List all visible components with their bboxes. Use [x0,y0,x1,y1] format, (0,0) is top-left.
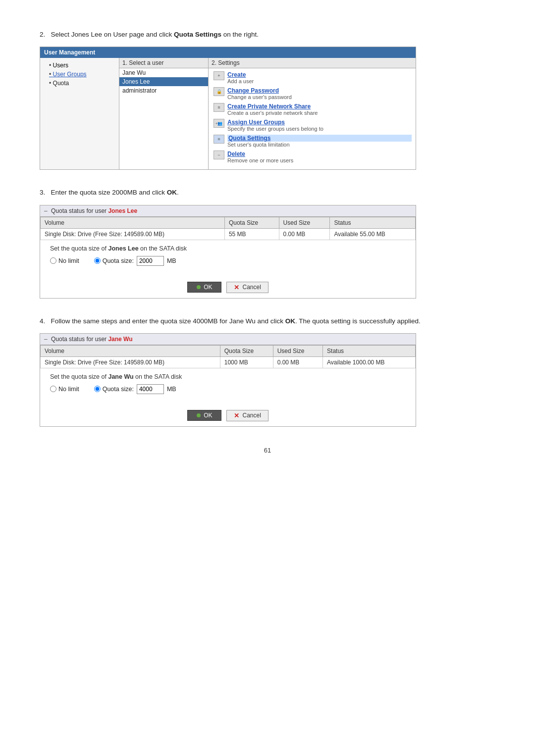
step-4-text: 4. Follow the same steps and enter the q… [40,316,495,326]
quota-form-title-jones: Set the quota size of Jones Lee on the S… [50,245,406,252]
step-2-number: 2. [40,31,49,38]
sidebar-item-quota[interactable]: Quota [44,79,115,88]
col-used-size-jane: Used Size [273,345,322,356]
quota-size-radio-label-jones[interactable]: Quota size: [94,257,134,264]
ok-button-jane[interactable]: OK [187,410,221,421]
network-share-icon: ≡ [213,103,225,112]
quota-settings-icon: ≡ [213,135,225,144]
um-main: 1. Select a user Jane Wu Jones Lee admin… [119,58,416,169]
quota-header-jane: – Quota status for user Jane Wu [40,334,416,345]
collapse-icon-jane[interactable]: – [44,336,48,343]
quota-size-radio-jones[interactable] [94,257,101,264]
used-size-cell-jane: 0.00 MB [273,356,322,368]
ok-button-jones[interactable]: OK [187,282,221,293]
step-4: 4. Follow the same steps and enter the q… [40,316,495,427]
user-jones-lee[interactable]: Jones Lee [119,77,208,86]
step-3-text: 3. Enter the quota size 2000MB and click… [40,188,495,198]
quota-table-jane: Volume Quota Size Used Size Status Singl… [40,345,416,368]
status-cell-jane: Available 1000.00 MB [323,356,416,368]
volume-cell-jane: Single Disk: Drive (Free Size: 149589.00… [41,356,220,368]
um-user-list: 1. Select a user Jane Wu Jones Lee admin… [119,58,209,169]
um-settings-panel: 2. Settings + Create Add a user [209,58,416,169]
cancel-x-icon: ✕ [234,284,239,291]
sidebar-item-user-groups[interactable]: User Groups [44,70,115,79]
quota-panel-jane: – Quota status for user Jane Wu Volume Q… [40,333,416,427]
um-settings-list: + Create Add a user 🔒 [209,68,416,169]
setting-delete: − Delete Remove one or more users [213,151,412,163]
col-used-size: Used Size [279,217,330,228]
cancel-button-jones[interactable]: ✕ Cancel [226,282,268,293]
quota-buttons-jane: OK ✕ Cancel [40,404,416,426]
quota-size-input-jane[interactable] [137,384,164,394]
quota-table-row: Single Disk: Drive (Free Size: 149589.00… [41,228,416,240]
quota-table-header-row-jane: Volume Quota Size Used Size Status [41,345,416,356]
change-password-desc: Change a user's password [227,94,412,100]
assign-user-groups-title[interactable]: Assign User Groups [227,119,412,126]
col-status-jane: Status [323,345,416,356]
quota-form-options-jane: No limit Quota size: MB [50,384,406,394]
quota-form-title-jane: Set the quota size of Jane Wu on the SAT… [50,373,406,380]
step-2: 2. Select Jones Lee on User page and cli… [40,30,495,170]
assign-user-groups-desc: Specify the user groups users belong to [227,126,412,132]
quota-size-option-jane: Quota size: MB [94,384,176,394]
volume-cell: Single Disk: Drive (Free Size: 149589.00… [41,228,225,240]
collapse-icon-jones[interactable]: – [44,207,48,214]
page-number: 61 [40,447,495,454]
sidebar-item-users[interactable]: Users [44,61,115,70]
status-cell: Available 55.00 MB [330,228,416,240]
quota-settings-desc: Set user's quota limitation [227,142,412,148]
quota-table-header-row: Volume Quota Size Used Size Status [41,217,416,228]
no-limit-radio-jane[interactable] [50,386,56,392]
step-2-text: 2. Select Jones Lee on User page and cli… [40,30,495,40]
quota-form-jane: Set the quota size of Jane Wu on the SAT… [40,368,416,399]
quota-table-jones: Volume Quota Size Used Size Status Singl… [40,217,416,240]
setting-private-share: ≡ Create Private Network Share Create a … [213,103,412,116]
quota-table-row-jane: Single Disk: Drive (Free Size: 149589.00… [41,356,416,368]
step-3: 3. Enter the quota size 2000MB and click… [40,188,495,298]
ok-dot-icon-jane [197,413,201,417]
no-limit-option-jane[interactable]: No limit [50,386,79,393]
private-share-desc: Create a user's private network share [227,110,412,116]
col-quota-size-jane: Quota Size [220,345,273,356]
no-limit-radio-jones[interactable] [50,257,56,264]
user-management-panel: User Management Users User Groups Quota … [40,47,416,170]
col-status: Status [330,217,416,228]
user-administrator[interactable]: administrator [119,86,208,95]
col-quota-size: Quota Size [224,217,279,228]
quota-size-input-jones[interactable] [137,256,164,266]
cancel-button-jane[interactable]: ✕ Cancel [226,410,268,421]
delete-title[interactable]: Delete [227,151,412,157]
quota-buttons-jones: OK ✕ Cancel [40,276,416,298]
setting-create: + Create Add a user [213,71,412,84]
private-share-title[interactable]: Create Private Network Share [227,103,412,110]
step-3-number: 3. [40,189,49,196]
lock-icon: 🔒 [213,87,225,96]
setting-assign-user-groups: +👥 Assign User Groups Specify the user g… [213,119,412,132]
assign-groups-icon: +👥 [213,119,225,128]
cancel-x-icon-jane: ✕ [234,412,239,419]
quota-settings-title[interactable]: Quota Settings [227,135,412,142]
ok-dot-icon [197,285,201,289]
um-body: Users User Groups Quota 1. Select a user… [40,58,416,169]
um-header: User Management [40,47,416,58]
change-password-title[interactable]: Change Password [227,87,412,94]
quota-size-radio-label-jane[interactable]: Quota size: [94,386,134,393]
quota-size-cell: 55 MB [224,228,279,240]
quota-size-radio-jane[interactable] [94,386,101,392]
no-limit-option-jones[interactable]: No limit [50,257,79,264]
create-title[interactable]: Create [227,71,412,78]
quota-panel-jones: – Quota status for user Jones Lee Volume… [40,205,416,299]
quota-header-jones: – Quota status for user Jones Lee [40,205,416,217]
col-volume: Volume [41,217,225,228]
um-sidebar: Users User Groups Quota [40,58,119,169]
quota-size-cell-jane: 1000 MB [220,356,273,368]
quota-size-option-jones: Quota size: MB [94,256,176,266]
user-jane-wu[interactable]: Jane Wu [119,68,208,77]
quota-form-jones: Set the quota size of Jones Lee on the S… [40,240,416,271]
delete-desc: Remove one or more users [227,157,412,163]
delete-icon: − [213,151,225,159]
quota-form-options-jones: No limit Quota size: MB [50,256,406,266]
step-4-number: 4. [40,317,49,325]
create-icon: + [213,71,225,80]
setting-change-password: 🔒 Change Password Change a user's passwo… [213,87,412,100]
